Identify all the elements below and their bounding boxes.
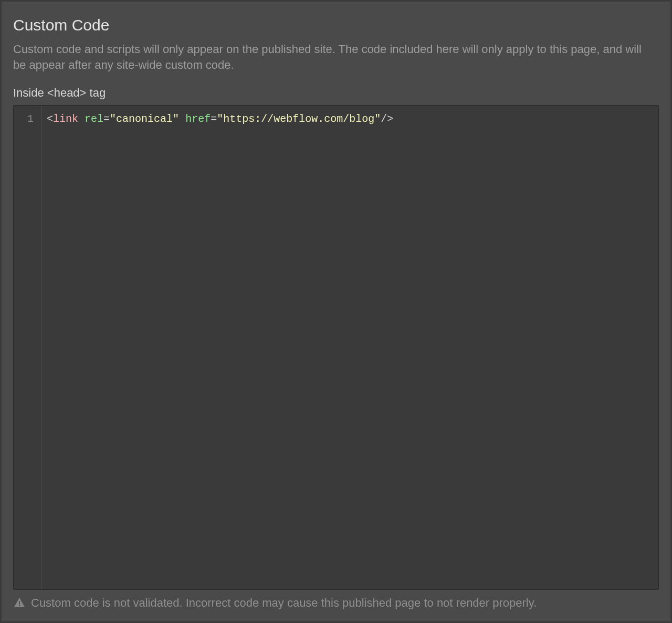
validation-warning-text: Custom code is not validated. Incorrect … — [31, 596, 537, 610]
code-token-attr: href — [185, 113, 211, 125]
section-description: Custom code and scripts will only appear… — [13, 41, 643, 72]
svg-rect-1 — [19, 605, 20, 606]
section-title: Custom Code — [13, 16, 659, 34]
head-tag-label: Inside <head> tag — [13, 86, 659, 100]
custom-code-panel: Custom Code Custom code and scripts will… — [0, 0, 672, 623]
code-token-eq: = — [103, 113, 110, 125]
code-token-attr: rel — [85, 113, 103, 125]
validation-warning: Custom code is not validated. Incorrect … — [13, 590, 659, 610]
code-token-str: "https://webflow.com/blog" — [217, 113, 381, 125]
code-token-punct: /> — [381, 113, 393, 125]
warning-icon — [13, 597, 26, 609]
line-number: 1 — [14, 111, 41, 127]
svg-rect-0 — [19, 601, 20, 605]
code-token-punct: < — [47, 113, 53, 125]
code-content[interactable]: <link rel="canonical" href="https://webf… — [41, 106, 658, 589]
head-code-editor[interactable]: 1 <link rel="canonical" href="https://we… — [13, 105, 659, 590]
code-gutter: 1 — [14, 106, 41, 589]
code-token-tag: link — [53, 113, 78, 125]
code-token-eq: = — [211, 113, 217, 125]
code-token-str: "canonical" — [110, 113, 179, 125]
